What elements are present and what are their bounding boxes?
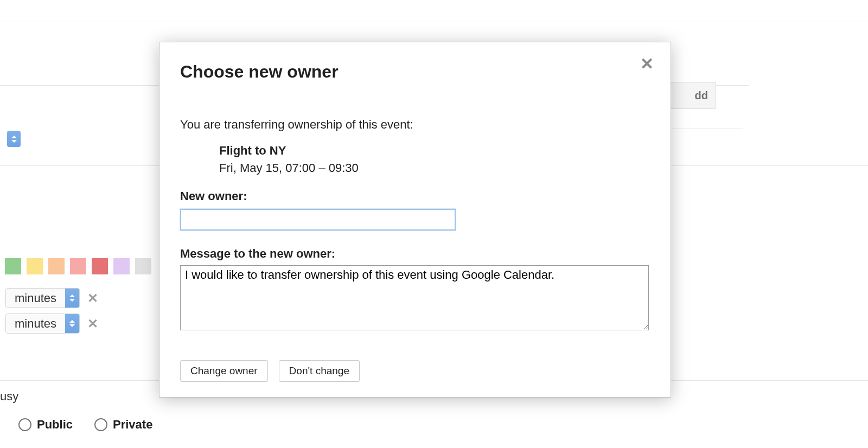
close-icon: ✕ bbox=[640, 56, 654, 72]
message-label: Message to the new owner: bbox=[180, 247, 650, 261]
message-textarea[interactable] bbox=[180, 265, 649, 330]
change-owner-dialog: ✕ Choose new owner You are transferring … bbox=[159, 42, 671, 398]
event-summary: Flight to NY Fri, May 15, 07:00 – 09:30 bbox=[219, 144, 650, 175]
new-owner-input[interactable] bbox=[180, 209, 456, 231]
new-owner-label: New owner: bbox=[180, 189, 650, 203]
dont-change-button[interactable]: Don't change bbox=[279, 360, 360, 382]
close-button[interactable]: ✕ bbox=[637, 54, 656, 74]
dialog-actions: Change owner Don't change bbox=[180, 360, 360, 382]
event-title: Flight to NY bbox=[219, 144, 650, 158]
dialog-body: You are transferring ownership of this e… bbox=[180, 118, 650, 334]
change-owner-button[interactable]: Change owner bbox=[180, 360, 268, 382]
transfer-intro-text: You are transferring ownership of this e… bbox=[180, 118, 650, 132]
dialog-title: Choose new owner bbox=[180, 62, 650, 82]
event-time: Fri, May 15, 07:00 – 09:30 bbox=[219, 161, 650, 175]
